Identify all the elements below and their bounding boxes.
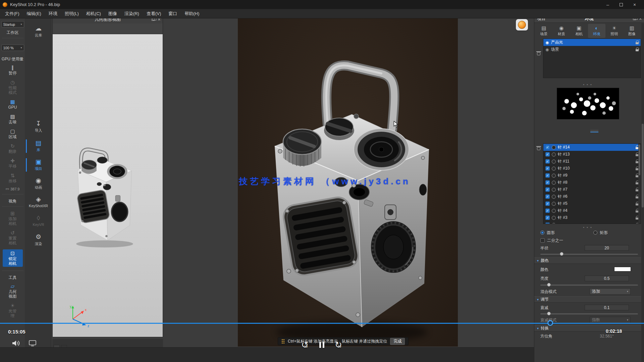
menu-edit[interactable]: 编辑(E) — [23, 9, 45, 18]
dock-keyvr[interactable]: ◊ KeyVR — [26, 214, 51, 228]
geometry-view-button[interactable]: ▱ 几何视图 — [3, 283, 23, 299]
close-button[interactable]: × — [628, 0, 641, 9]
pin-radio[interactable] — [552, 223, 556, 224]
tab-scene[interactable]: ▤ 场景 — [535, 24, 553, 38]
menu-lighting[interactable]: 照明(L) — [61, 9, 83, 18]
falloff-mode-select[interactable]: 指数▾ — [590, 317, 631, 323]
pin-row-4[interactable]: 针 #4 — [543, 207, 641, 214]
done-button[interactable]: 完成 — [390, 338, 405, 345]
slider-handle[interactable] — [547, 312, 551, 315]
menu-camera[interactable]: 相机(C) — [83, 9, 105, 18]
pin-radio[interactable] — [552, 160, 556, 164]
tab-image[interactable]: ▥ 图像 — [623, 24, 641, 38]
tab-material[interactable]: ◉ 材质 — [553, 24, 571, 38]
environment-row-scene[interactable]: ◉ 场景 — [543, 46, 641, 53]
pin-radio[interactable] — [552, 145, 556, 149]
tab-lighting[interactable]: ☀ 照明 — [605, 24, 623, 38]
brightness-value[interactable]: 0.5 — [585, 276, 629, 281]
add-camera-button[interactable]: ⊞ 添加相机 — [3, 210, 23, 226]
pin-visibility-checkbox[interactable] — [545, 208, 550, 213]
denoise-button[interactable]: ▨ 去噪 — [3, 114, 23, 124]
pause-render-button[interactable]: ∥ 暂停 — [3, 65, 23, 75]
adjust-section-header[interactable]: ▾ 调节 — [534, 296, 641, 303]
delete-environment-icon[interactable] — [537, 51, 540, 55]
dock-project[interactable]: ▣ 项目 — [26, 157, 51, 173]
tab-camera[interactable]: ▣ 相机 — [570, 24, 588, 38]
pin-visibility-checkbox[interactable] — [545, 201, 550, 206]
transform-section-header[interactable]: ▾ 转换 — [534, 325, 641, 331]
blend-mode-select[interactable]: 添加▾ — [590, 288, 631, 295]
menu-help[interactable]: 帮助(H) — [181, 9, 203, 18]
speaker-icon[interactable] — [12, 340, 20, 347]
region-button[interactable]: ▢ 区域 — [3, 128, 23, 139]
dock-cloud-library[interactable]: ☁ 云库 — [26, 24, 51, 39]
geometry-viewport[interactable]: y x z — [53, 34, 163, 337]
rectangle-radio[interactable] — [593, 231, 597, 235]
pin-row-3[interactable]: 针 #3 — [543, 214, 641, 221]
pin-row-5[interactable]: 针 #5 — [543, 200, 641, 207]
minimize-button[interactable]: – — [601, 0, 614, 9]
pin-visibility-checkbox[interactable] — [545, 180, 550, 185]
pin-visibility-checkbox[interactable] — [545, 145, 550, 149]
scrollbar-thumb[interactable] — [642, 124, 644, 207]
geo-tab-library[interactable] — [61, 345, 67, 347]
scrollbar-thumb[interactable] — [639, 144, 640, 175]
drag-handle[interactable]: • • • — [534, 83, 641, 86]
camera-gizmo[interactable] — [516, 19, 528, 31]
light-manager-button[interactable]: ☀ 光管理 — [3, 303, 23, 318]
color-swatch[interactable] — [614, 267, 631, 272]
geo-tab-geometry[interactable] — [54, 345, 60, 347]
performance-mode-button[interactable]: ◷ 性能模式 — [3, 79, 23, 95]
pin-row-13[interactable]: 针 #13 — [543, 151, 641, 158]
slider-handle[interactable] — [560, 252, 564, 256]
gpu-mode-button[interactable]: ▦ GPU — [3, 99, 23, 110]
brightness-slider[interactable] — [540, 283, 638, 287]
undock-icon[interactable] — [152, 18, 155, 21]
pin-visibility-checkbox[interactable] — [545, 216, 550, 220]
dock-render[interactable]: ⚙ 渲染 — [26, 232, 51, 248]
pin-row-10[interactable]: 针 #10 — [543, 165, 641, 172]
pin-row-14[interactable]: 针 #14 — [543, 144, 641, 151]
screen-share-icon[interactable] — [29, 340, 36, 346]
dolly-button[interactable]: ⇅ 推移 — [3, 173, 23, 183]
menu-view[interactable]: 查看(V) — [143, 9, 165, 18]
grip-icon[interactable] — [281, 339, 285, 344]
lock-icon[interactable] — [636, 41, 639, 44]
hdri-preview[interactable] — [557, 88, 619, 119]
lock-camera-button[interactable]: ⊡ 锁定相机 — [3, 249, 23, 267]
color-section-header[interactable]: ▾ 颜色 — [534, 257, 641, 264]
pin-radio[interactable] — [552, 167, 556, 171]
menu-environment[interactable]: 环境 — [45, 9, 61, 18]
panel-scrollbar[interactable] — [641, 23, 644, 362]
rip-button[interactable]: ↻ 翻录 — [3, 143, 23, 154]
dock-keyshotxr[interactable]: ◈ KeyShotXR — [26, 195, 51, 209]
falloff-slider[interactable] — [540, 312, 638, 316]
pin-visibility-checkbox[interactable] — [545, 159, 550, 164]
menu-window[interactable]: 窗口 — [165, 9, 181, 18]
pin-visibility-checkbox[interactable] — [545, 166, 550, 171]
radius-value[interactable]: 20 — [585, 245, 629, 251]
resolution-scale-select[interactable]: 100 %▾ — [1, 45, 24, 51]
drag-handle[interactable]: • • • — [534, 226, 641, 229]
menu-file[interactable]: 文件(F) — [1, 9, 23, 18]
pin-visibility-checkbox[interactable] — [545, 173, 550, 178]
menu-image[interactable]: 图像 — [105, 9, 121, 18]
maximize-button[interactable] — [614, 0, 628, 9]
radius-slider[interactable] — [540, 252, 638, 256]
pin-row-11[interactable]: 针 #11 — [543, 158, 641, 165]
tab-environment[interactable]: ◐ 环境 — [588, 24, 606, 38]
pin-radio[interactable] — [552, 195, 556, 199]
pin-visibility-checkbox[interactable] — [545, 187, 550, 192]
pin-row-7[interactable]: 针 #7 — [543, 186, 641, 193]
pin-radio[interactable] — [552, 181, 556, 185]
pin-visibility-checkbox[interactable] — [545, 223, 550, 224]
lock-icon[interactable] — [636, 48, 639, 51]
pin-radio[interactable] — [552, 216, 556, 220]
subtab-settings[interactable] — [577, 130, 585, 132]
reset-camera-button[interactable]: ↺ 重置相机 — [3, 230, 23, 245]
menu-render[interactable]: 渲染(R) — [121, 9, 143, 18]
pin-radio[interactable] — [552, 174, 556, 178]
half-checkbox[interactable] — [540, 238, 545, 243]
dock-library[interactable]: ▤ 库 — [26, 138, 51, 154]
pin-row-6[interactable]: 针 #6 — [543, 193, 641, 200]
